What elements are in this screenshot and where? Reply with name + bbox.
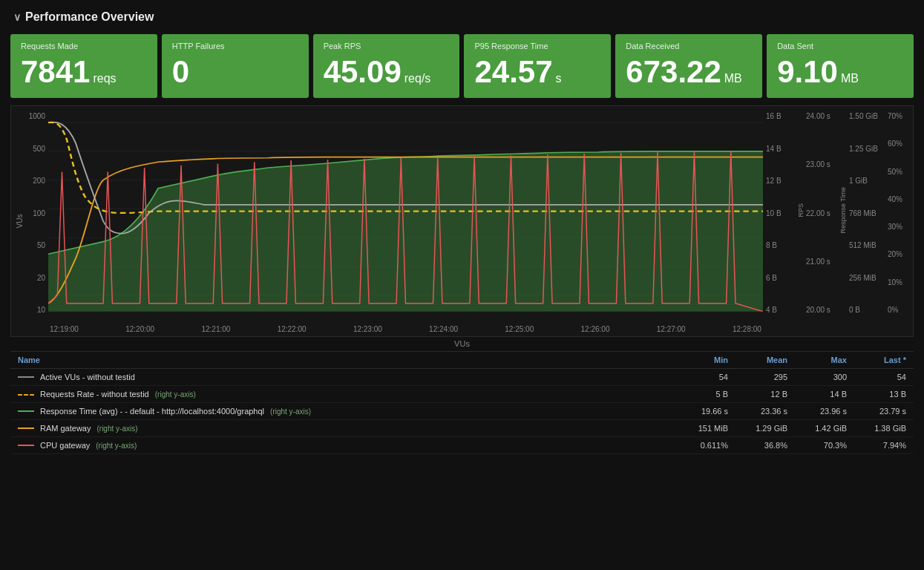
metric-card-0: Requests Made 7841reqs [10, 34, 157, 98]
header: ∨ Performance Overview [0, 0, 924, 34]
legend-name-0: Active VUs - without testid [18, 373, 669, 381]
rps-axis-label: RPS [797, 203, 805, 217]
legend-last-2: 23.79 s [847, 407, 906, 416]
legend-row-0: Active VUs - without testid 54 295 300 5… [10, 369, 914, 386]
chart-svg [48, 106, 763, 336]
y-axis-response: 24.00 s 23.00 s 22.00 s 21.00 s 20.00 s [803, 106, 840, 336]
metric-label-3: P95 Response Time [474, 42, 600, 50]
chart-plot: 12:19:00 12:20:00 12:21:00 12:22:00 12:2… [48, 106, 763, 336]
legend-rows: Active VUs - without testid 54 295 300 5… [10, 369, 914, 454]
page-title: Performance Overview [25, 10, 154, 24]
metric-value-3: 24.57s [474, 56, 600, 88]
header-mean: Mean [728, 356, 787, 364]
y-left-label-vus: VUs [16, 214, 24, 229]
metric-unit-0: reqs [93, 72, 116, 85]
legend-mean-2: 23.36 s [728, 407, 787, 416]
legend-line-4 [18, 445, 34, 446]
response-label-container: Response Time [840, 106, 846, 336]
metric-card-5: Data Sent 9.10MB [767, 34, 914, 98]
metric-label-1: HTTP Failures [172, 42, 298, 50]
metric-card-2: Peak RPS 45.09req/s [313, 34, 460, 98]
metric-label-5: Data Sent [777, 42, 903, 50]
metric-card-4: Data Received 673.22MB [615, 34, 762, 98]
metric-value-4: 673.22MB [626, 56, 752, 88]
legend-row-2: Response Time (avg) - - default - http:/… [10, 403, 914, 420]
chevron-icon: ∨ [13, 11, 21, 23]
legend-row-3: RAM gateway (right y-axis) 151 MiB 1.29 … [10, 420, 914, 437]
legend-max-1: 14 B [787, 390, 847, 399]
legend-min-2: 19.66 s [669, 407, 728, 416]
metric-card-1: HTTP Failures 0 [162, 34, 309, 98]
chart-section: VUs 1000 500 200 100 50 20 10 [10, 105, 914, 337]
legend-max-2: 23.96 s [787, 407, 847, 416]
legend-min-1: 5 B [669, 390, 728, 399]
metric-unit-4: MB [724, 72, 742, 85]
x-axis-title: VUs [10, 337, 914, 351]
metric-unit-3: s [556, 72, 562, 85]
legend-row-4: CPU gateway (right y-axis) 0.611% 36.8% … [10, 437, 914, 454]
metric-unit-2: req/s [404, 72, 431, 85]
legend-min-4: 0.611% [669, 441, 728, 450]
legend-mean-3: 1.29 GiB [728, 424, 787, 433]
metric-value-1: 0 [172, 56, 298, 88]
legend-name-1: Requests Rate - without testid (right y-… [18, 390, 669, 399]
y-axis-left: VUs 1000 500 200 100 50 20 10 [11, 106, 48, 336]
metric-label-4: Data Received [626, 42, 752, 50]
metric-value-2: 45.09req/s [324, 56, 450, 88]
legend-last-1: 13 B [847, 390, 906, 399]
legend-row-1: Requests Rate - without testid (right y-… [10, 386, 914, 403]
metric-label-2: Peak RPS [324, 42, 450, 50]
legend-mean-4: 36.8% [728, 441, 787, 450]
legend-header: Name Min Mean Max Last * [10, 352, 914, 369]
legend-line-1 [18, 394, 34, 396]
y-axis-pct: 70% 60% 50% 40% 30% 20% 10% 0% [885, 106, 913, 336]
legend-name-2: Response Time (avg) - - default - http:/… [18, 407, 669, 416]
legend-last-4: 7.94% [847, 441, 906, 450]
legend-table: Name Min Mean Max Last * Active VUs - wi… [10, 351, 914, 454]
y-axis-data: 1.50 GiB 1.25 GiB 1 GiB 768 MiB 512 MiB … [846, 106, 885, 336]
legend-max-4: 70.3% [787, 441, 847, 450]
metric-value-5: 9.10MB [777, 56, 903, 88]
metric-card-3: P95 Response Time 24.57s [464, 34, 611, 98]
metric-value-0: 7841reqs [21, 56, 147, 88]
legend-max-0: 300 [787, 373, 847, 381]
header-max: Max [787, 356, 847, 364]
header-min: Min [669, 356, 728, 364]
legend-last-0: 54 [847, 373, 906, 381]
legend-name-3: RAM gateway (right y-axis) [18, 424, 669, 433]
metric-label-0: Requests Made [21, 42, 147, 50]
response-axis-label: Response Time [839, 187, 847, 234]
legend-last-3: 1.38 GiB [847, 424, 906, 433]
y-axis-rps: 16 B 14 B 12 B 10 B 8 B 6 B 4 B [763, 106, 799, 336]
legend-line-3 [18, 428, 34, 429]
metrics-row: Requests Made 7841reqs HTTP Failures 0 P… [0, 34, 924, 105]
legend-max-3: 1.42 GiB [787, 424, 847, 433]
x-axis-labels: 12:19:00 12:20:00 12:21:00 12:22:00 12:2… [48, 325, 763, 333]
legend-mean-1: 12 B [728, 390, 787, 399]
legend-line-2 [18, 410, 34, 412]
header-last: Last * [847, 356, 906, 364]
metric-unit-5: MB [841, 72, 859, 85]
legend-mean-0: 295 [728, 373, 787, 381]
legend-min-0: 54 [669, 373, 728, 381]
legend-name-4: CPU gateway (right y-axis) [18, 441, 669, 450]
header-name: Name [18, 356, 669, 364]
legend-min-3: 151 MiB [669, 424, 728, 433]
legend-line-0 [18, 376, 34, 378]
